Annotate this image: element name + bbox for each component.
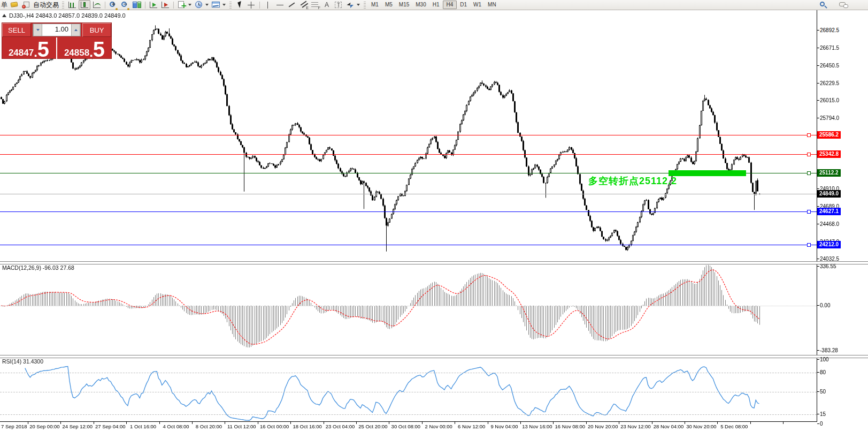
- price-axis-tick: 25794.0: [820, 115, 839, 122]
- zoom-in-icon[interactable]: [108, 1, 119, 9]
- timeframe-h1[interactable]: H1: [429, 1, 443, 9]
- fibonacci-icon[interactable]: [310, 1, 320, 9]
- pivot-annotation-text[interactable]: 多空转折点25112.2: [588, 175, 677, 187]
- timeframe-h4[interactable]: H4: [443, 1, 457, 9]
- auto-scroll-icon[interactable]: [148, 1, 159, 9]
- level-price-badge: 24627.1: [817, 208, 841, 215]
- rsi-pane-divider[interactable]: [0, 355, 868, 358]
- chevron-down-icon[interactable]: [357, 4, 360, 6]
- line-handle[interactable]: [807, 171, 811, 175]
- rsi-axis-tick: 0: [820, 421, 823, 427]
- timeframe-d1[interactable]: D1: [457, 1, 470, 9]
- volume-input[interactable]: 1.00: [42, 24, 71, 36]
- horizontal-level-line[interactable]: [0, 135, 817, 135]
- indicators-icon[interactable]: [176, 1, 187, 9]
- templates-icon[interactable]: [211, 1, 221, 9]
- candlestick-chart-icon[interactable]: [79, 0, 90, 10]
- timeframe-w1[interactable]: W1: [470, 1, 485, 9]
- timeframe-m5[interactable]: M5: [382, 1, 396, 9]
- timeframe-m15[interactable]: M15: [396, 1, 412, 9]
- price-axis-tick: 26229.5: [820, 80, 839, 87]
- date-axis-border: [0, 421, 817, 422]
- sell-button[interactable]: SELL: [2, 23, 31, 37]
- toolbar-grip[interactable]: [229, 2, 232, 9]
- highlight-rectangle[interactable]: [669, 170, 746, 176]
- line-chart-icon[interactable]: [91, 1, 102, 9]
- timeframe-m30[interactable]: M30: [412, 1, 429, 9]
- buy-price[interactable]: 24858.5: [57, 37, 112, 59]
- tile-windows-icon[interactable]: [132, 1, 142, 9]
- chevron-down-icon[interactable]: [188, 4, 191, 6]
- current-price-badge: 24849.0: [817, 190, 841, 198]
- current-price-line: [0, 194, 817, 194]
- text-icon[interactable]: [321, 1, 332, 9]
- toolbar-grip[interactable]: [62, 2, 64, 9]
- level-price-badge: 24212.0: [817, 241, 841, 248]
- bar-chart-icon[interactable]: [67, 1, 78, 9]
- line-handle[interactable]: [807, 153, 811, 156]
- horizontal-level-line[interactable]: [0, 245, 817, 245]
- timeframe-mn[interactable]: MN: [485, 1, 500, 9]
- toolbar-separator: [259, 2, 260, 9]
- rsi-level-line: [0, 392, 817, 392]
- rsi-level-line: [0, 414, 817, 415]
- level-price-badge: 25342.8: [817, 150, 841, 158]
- toolbar-grip[interactable]: [364, 2, 366, 9]
- macd-axis-tick: 336.55: [820, 263, 836, 270]
- horizontal-level-line[interactable]: [0, 154, 817, 155]
- new-order-label[interactable]: 单: [1, 0, 7, 10]
- autotrade-icon[interactable]: [21, 1, 32, 9]
- rsi-level-line: [0, 373, 817, 373]
- macd-label: MACD(12,26,9) -96.03 27.68: [2, 264, 74, 271]
- horizontal-line-icon[interactable]: [274, 1, 285, 9]
- one-click-trading-panel: SELL 1.00 BUY 24847.5 24858.5: [2, 22, 112, 59]
- text-label-icon[interactable]: [333, 1, 344, 9]
- volume-decrease-button[interactable]: [33, 24, 42, 36]
- chart-symbol-title: DJ30-,H4 24843.0 24857.0 24839.0 24849.0: [2, 12, 126, 19]
- toolbar-separator: [105, 2, 105, 9]
- price-axis-tick: 24468.0: [820, 221, 839, 228]
- cursor-icon[interactable]: [234, 1, 245, 9]
- buy-button[interactable]: BUY: [82, 23, 111, 37]
- equidistant-channel-icon[interactable]: [298, 1, 309, 9]
- line-handle[interactable]: [807, 243, 811, 247]
- collapse-triangle-icon[interactable]: [2, 14, 6, 17]
- chevron-up-icon: [74, 29, 78, 31]
- chart-shift-icon[interactable]: [160, 1, 171, 9]
- sell-price[interactable]: 24847.5: [2, 37, 56, 59]
- periods-icon[interactable]: [194, 1, 204, 9]
- candlestick-canvas[interactable]: [0, 10, 817, 261]
- date-axis-label[interactable]: 5 Dec 08:00: [713, 423, 756, 430]
- volume-increase-button[interactable]: [71, 24, 80, 36]
- new-order-icon[interactable]: [9, 1, 20, 9]
- chevron-down-icon[interactable]: [222, 4, 226, 6]
- rsi-axis-tick: 80: [820, 369, 826, 376]
- rsi-axis-tick: 100: [820, 357, 829, 363]
- timeframe-m1[interactable]: M1: [368, 1, 382, 9]
- vertical-line-icon[interactable]: [263, 1, 273, 9]
- line-handle[interactable]: [807, 133, 811, 137]
- price-axis-tick: 26892.5: [820, 27, 839, 34]
- horizontal-level-line[interactable]: [0, 211, 817, 212]
- autotrade-label[interactable]: 自动交易: [33, 0, 59, 10]
- chart-window[interactable]: DJ30-,H4 24843.0 24857.0 24839.0 24849.0…: [0, 0, 868, 439]
- macd-pane-divider[interactable]: [0, 261, 868, 264]
- rsi-axis-tick: 15: [820, 411, 826, 418]
- crosshair-icon[interactable]: [246, 1, 257, 9]
- chevron-down-icon[interactable]: [205, 4, 209, 6]
- macd-axis-tick: -383.28: [820, 347, 838, 354]
- level-price-badge: 25112.2: [817, 169, 841, 177]
- macd-canvas[interactable]: [0, 263, 817, 355]
- chat-icon[interactable]: [839, 1, 849, 9]
- volume-stepper: 1.00: [33, 24, 81, 36]
- rsi-canvas[interactable]: [0, 357, 817, 421]
- zoom-out-icon[interactable]: [120, 1, 130, 9]
- macd-zero-line: [0, 306, 817, 306]
- date-axis-tick: [783, 422, 783, 424]
- arrow-tools-icon[interactable]: [345, 1, 356, 9]
- rsi-axis-tick: 50: [820, 389, 826, 395]
- search-icon[interactable]: [818, 1, 829, 9]
- line-handle[interactable]: [807, 210, 811, 214]
- trendline-icon[interactable]: [286, 1, 297, 9]
- price-axis-tick: 26450.5: [820, 63, 839, 69]
